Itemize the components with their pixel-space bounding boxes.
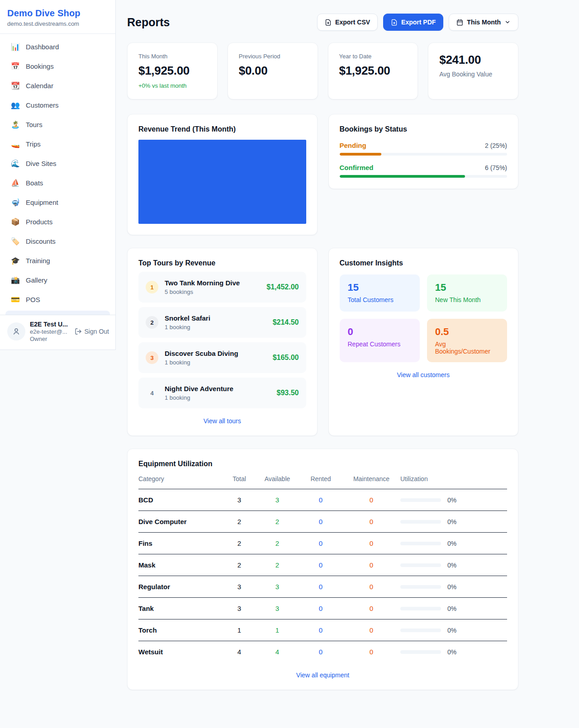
utilization-percent: 0% [447, 627, 456, 634]
sidebar-item-products[interactable]: 📦Products [5, 213, 110, 230]
utilization-percent: 0% [447, 540, 456, 547]
utilization-bar-track [400, 607, 441, 610]
equipment-rented: 0 [299, 496, 342, 504]
tour-bookings: 1 booking [165, 359, 266, 366]
page: Demo Dive Shop demo.test.divestreams.com… [0, 0, 579, 708]
period-select[interactable]: This Month [449, 14, 518, 31]
stat-value: $241.00 [439, 53, 507, 67]
tour-list-item[interactable]: 3 Discover Scuba Diving1 booking $165.00 [138, 342, 306, 373]
view-all-equipment-link[interactable]: View all equipment [138, 671, 507, 679]
user-email: e2e-tester@... [30, 328, 70, 335]
sidebar-item-active-partial[interactable] [5, 311, 110, 315]
equipment-category: Tank [138, 605, 223, 612]
table-row: BCD 3 3 0 0 0% [138, 489, 507, 511]
stat-card-avg-booking-value: $241.00 Avg Booking Value [428, 43, 518, 99]
charts-row: Revenue Trend (This Month) Bookings by S… [127, 114, 518, 235]
tour-list-item[interactable]: 1 Two Tank Morning Dive5 bookings $1,452… [138, 272, 306, 303]
stat-card-year-to-date: Year to Date $1,925.00 [328, 43, 418, 99]
equipment-maintenance: 0 [342, 518, 400, 525]
sidebar-item-dive-sites[interactable]: 🌊Dive Sites [5, 155, 110, 171]
stat-label: Year to Date [339, 53, 407, 60]
sidebar-item-gallery[interactable]: 📸Gallery [5, 272, 110, 288]
export-csv-button[interactable]: Export CSV [317, 14, 378, 31]
equipment-category: Torch [138, 626, 223, 634]
sidebar-item-pos[interactable]: 💳POS [5, 291, 110, 307]
sidebar-item-label: Tours [26, 121, 43, 128]
stat-card-previous-period: Previous Period $0.00 [228, 43, 318, 99]
insight-grid: 15 Total Customers 15 New This Month 0 R… [340, 274, 508, 362]
sign-out-button[interactable]: Sign Out [75, 328, 109, 335]
equipment-available: 3 [256, 583, 299, 591]
sidebar-item-label: Trips [26, 140, 41, 148]
sidebar-item-label: Dashboard [26, 43, 59, 51]
table-row: Tank 3 3 0 0 0% [138, 597, 507, 619]
sidebar-header: Demo Dive Shop demo.test.divestreams.com [0, 0, 115, 34]
status-label: Pending [340, 142, 366, 149]
sidebar-item-discounts[interactable]: 🏷️Discounts [5, 233, 110, 249]
sidebar-item-label: Customers [26, 101, 59, 109]
insight-tile-total-customers: 15 Total Customers [340, 274, 420, 312]
panel-title: Top Tours by Revenue [138, 259, 306, 267]
equipment-maintenance: 0 [342, 561, 400, 569]
pos-icon: 💳 [11, 295, 20, 304]
sidebar-item-equipment[interactable]: 🤿Equipment [5, 194, 110, 210]
trips-icon: 🚤 [11, 140, 20, 148]
equipment-utilization-cell: 0% [400, 540, 507, 547]
equipment-available: 2 [256, 518, 299, 525]
rank-badge: 2 [146, 316, 158, 329]
sidebar-item-training[interactable]: 🎓Training [5, 252, 110, 269]
sidebar-item-customers[interactable]: 👥Customers [5, 97, 110, 113]
sidebar-item-bookings[interactable]: 📅Bookings [5, 58, 110, 74]
tile-value: 0.5 [435, 326, 499, 338]
sidebar-item-dashboard[interactable]: 📊Dashboard [5, 38, 110, 55]
revenue-trend-panel: Revenue Trend (This Month) [127, 114, 318, 235]
column-header-rented: Rented [299, 475, 342, 482]
utilization-bar-track [400, 650, 441, 654]
equipment-rented: 0 [299, 648, 342, 656]
tour-list-item[interactable]: 2 Snorkel Safari1 booking $214.50 [138, 307, 306, 338]
utilization-bar-track [400, 563, 441, 567]
view-all-tours-link[interactable]: View all tours [138, 417, 306, 425]
column-header-category: Category [138, 475, 223, 482]
view-all-customers-link[interactable]: View all customers [340, 371, 508, 378]
page-title: Reports [127, 16, 170, 29]
tour-list-item[interactable]: 4 Night Dive Adventure1 booking $93.50 [138, 378, 306, 408]
tour-name: Snorkel Safari [165, 314, 210, 322]
sidebar-user-footer: E2E Test U... e2e-tester@... Owner Sign … [0, 315, 115, 350]
lists-row: Top Tours by Revenue 1 Two Tank Morning … [127, 248, 518, 436]
user-name: E2E Test U... [30, 321, 70, 328]
chevron-down-icon [504, 19, 511, 25]
equipment-category: Mask [138, 561, 223, 569]
table-row: Mask 2 2 0 0 0% [138, 554, 507, 576]
insight-tile-repeat-customers: 0 Repeat Customers [340, 319, 420, 362]
utilization-bar-track [400, 629, 441, 632]
stat-cards: This Month $1,925.00 +0% vs last month P… [127, 43, 518, 99]
tour-amount: $93.50 [277, 389, 299, 397]
tour-amount: $165.00 [273, 354, 299, 362]
sidebar-item-label: Boats [26, 179, 43, 187]
status-value: 6 (75%) [485, 164, 507, 171]
sidebar-item-trips[interactable]: 🚤Trips [5, 136, 110, 152]
sidebar-item-label: Equipment [26, 199, 58, 206]
sidebar-item-label: Discounts [26, 237, 56, 245]
insight-tile-avg-bookings: 0.5 Avg Bookings/Customer [427, 319, 507, 362]
sidebar-item-label: Bookings [26, 62, 54, 70]
user-role: Owner [30, 336, 70, 342]
discounts-icon: 🏷️ [11, 237, 20, 246]
sidebar-item-tours[interactable]: 🏝️Tours [5, 116, 110, 132]
tile-value: 15 [435, 282, 499, 293]
export-pdf-button[interactable]: Export PDF [383, 14, 443, 31]
main-content: Reports Export CSV Export PDF This Month [116, 0, 549, 708]
table-row: Wetsuit 4 4 0 0 0% [138, 641, 507, 662]
sidebar-item-boats[interactable]: ⛵Boats [5, 175, 110, 191]
equipment-maintenance: 0 [342, 626, 400, 634]
equipment-total: 2 [223, 518, 256, 525]
table-row: Dive Computer 2 2 0 0 0% [138, 511, 507, 532]
equipment-category: BCD [138, 496, 223, 504]
status-value: 2 (25%) [485, 142, 507, 149]
sidebar-item-calendar[interactable]: 📆Calendar [5, 77, 110, 94]
panel-title: Customer Insights [340, 259, 508, 267]
stat-label: This Month [138, 53, 206, 60]
status-row-confirmed: Confirmed 6 (75%) [340, 164, 508, 178]
equipment-available: 4 [256, 648, 299, 656]
